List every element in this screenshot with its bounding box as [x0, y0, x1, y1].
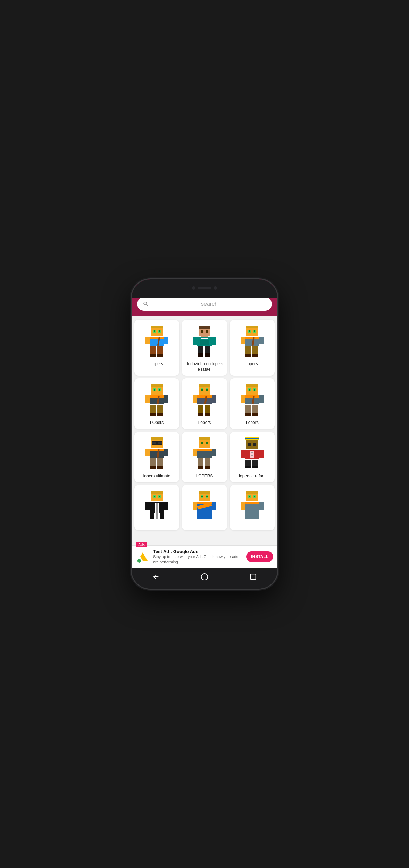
svg-rect-81 [245, 395, 259, 398]
svg-marker-173 [140, 552, 148, 561]
svg-rect-132 [259, 450, 264, 458]
svg-rect-1 [151, 326, 163, 328]
svg-rect-36 [245, 337, 259, 339]
svg-rect-95 [150, 449, 164, 451]
svg-rect-4 [154, 330, 155, 332]
svg-rect-14 [157, 354, 163, 357]
ad-banner: Ads Test Ad : Google Ads Stay up to date… [132, 545, 277, 568]
svg-rect-28 [205, 353, 210, 357]
svg-rect-27 [198, 353, 203, 357]
svg-rect-9 [145, 337, 150, 344]
svg-rect-30 [246, 326, 258, 328]
home-button[interactable] [200, 572, 209, 582]
svg-rect-112 [212, 449, 216, 456]
svg-rect-142 [159, 496, 160, 497]
svg-rect-136 [252, 466, 258, 468]
signal-icon [257, 286, 262, 291]
ad-description: Stay up to date with your Ads Check how … [153, 554, 243, 564]
search-bar[interactable]: search [137, 297, 272, 311]
svg-rect-130 [251, 455, 253, 456]
svg-rect-73 [205, 413, 210, 416]
svg-rect-48 [154, 389, 155, 391]
skin-image-12 [238, 489, 266, 524]
svg-rect-23 [193, 337, 197, 345]
svg-rect-101 [150, 466, 156, 469]
svg-rect-176 [251, 574, 256, 580]
skin-card-4[interactable]: LOpers [134, 378, 179, 429]
skin-card-1[interactable]: Lopers [134, 320, 179, 376]
svg-rect-167 [245, 502, 259, 519]
svg-rect-87 [245, 413, 251, 416]
svg-rect-122 [246, 440, 258, 449]
svg-rect-149 [164, 502, 168, 510]
wifi-icon [250, 286, 255, 291]
skin-image-5 [191, 383, 218, 417]
skin-image-2 [191, 324, 218, 359]
search-placeholder: search [152, 301, 266, 307]
svg-rect-146 [150, 502, 155, 513]
svg-rect-60 [199, 384, 210, 387]
phone-frame: 6:10 search [132, 279, 277, 589]
back-button[interactable] [151, 572, 161, 582]
svg-rect-162 [246, 491, 258, 494]
skin-card-9[interactable]: lopers e rafael [230, 432, 275, 483]
svg-rect-165 [249, 496, 250, 497]
settings-icon [236, 286, 241, 291]
svg-rect-20 [200, 340, 209, 345]
ad-title: Test Ad : Google Ads [153, 549, 243, 554]
skin-image-11 [191, 489, 218, 524]
skin-card-7[interactable]: lopers ultimato [134, 432, 179, 483]
svg-rect-43 [252, 354, 258, 357]
status-time: 6:10 [139, 286, 148, 291]
svg-rect-126 [249, 451, 255, 458]
svg-rect-98 [164, 449, 168, 456]
svg-rect-104 [199, 437, 210, 440]
skin-card-3[interactable]: lopers [230, 320, 275, 376]
svg-rect-51 [150, 395, 164, 398]
skin-image-6 [238, 383, 266, 417]
svg-rect-10 [164, 337, 168, 344]
skin-card-8[interactable]: LOPERS [182, 432, 227, 483]
skin-card-6[interactable]: Lopers [230, 378, 275, 429]
svg-rect-5 [159, 330, 160, 332]
svg-rect-54 [164, 395, 168, 403]
skin-card-2[interactable]: duduzinho do lopers e rafael [182, 320, 227, 376]
svg-rect-108 [206, 442, 208, 444]
svg-rect-159 [193, 502, 197, 510]
skin-name-9: lopers e rafael [239, 474, 265, 479]
skin-image-10 [143, 489, 171, 524]
skin-name-4: LOpers [150, 420, 164, 426]
search-icon [143, 301, 149, 307]
skin-image-9 [238, 436, 266, 471]
svg-rect-66 [197, 395, 212, 398]
svg-rect-135 [245, 466, 251, 468]
recents-button[interactable] [248, 572, 258, 582]
svg-rect-13 [150, 354, 156, 357]
skin-card-5[interactable]: Lopers [182, 378, 227, 429]
svg-rect-128 [254, 450, 259, 459]
svg-rect-155 [206, 496, 208, 497]
svg-rect-72 [198, 413, 203, 416]
svg-rect-45 [151, 384, 163, 387]
skin-name-3: lopers [247, 361, 258, 367]
skin-name-2: duduzinho do lopers e rafael [185, 361, 224, 372]
skin-card-12[interactable] [230, 485, 275, 530]
svg-rect-115 [198, 466, 203, 469]
svg-rect-78 [249, 389, 250, 391]
content-area[interactable]: Lopers [132, 316, 277, 545]
svg-rect-148 [145, 502, 150, 510]
svg-rect-75 [246, 384, 258, 387]
svg-rect-145 [156, 503, 158, 519]
skin-card-11[interactable] [182, 485, 227, 530]
svg-rect-90 [151, 437, 163, 440]
skin-card-10[interactable] [134, 485, 179, 530]
install-button[interactable]: INSTALL [246, 551, 273, 562]
svg-rect-123 [248, 443, 251, 446]
svg-rect-39 [259, 337, 264, 344]
svg-rect-34 [254, 330, 255, 332]
svg-rect-166 [254, 496, 255, 497]
skin-name-7: lopers ultimato [143, 474, 170, 479]
svg-rect-83 [241, 395, 245, 403]
svg-rect-49 [159, 389, 160, 391]
status-icons [236, 286, 270, 291]
